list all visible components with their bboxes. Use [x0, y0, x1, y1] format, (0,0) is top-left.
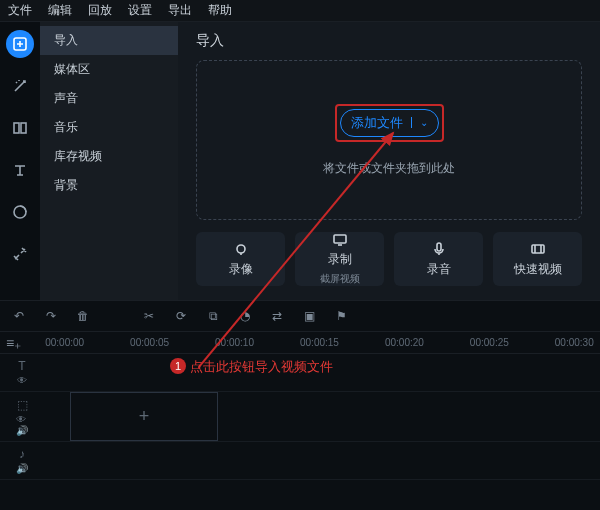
- card-sublabel: 截屏视频: [320, 272, 360, 286]
- card-label: 快速视频: [514, 261, 562, 278]
- svg-rect-7: [532, 245, 544, 253]
- card-camera[interactable]: 录像: [196, 232, 285, 286]
- ruler-tick: 00:00:15: [300, 337, 339, 348]
- cut-button[interactable]: ✂: [140, 309, 158, 323]
- card-quick[interactable]: 快速视频: [493, 232, 582, 286]
- sticker-icon: [12, 204, 28, 220]
- card-screencast[interactable]: 录制 截屏视频: [295, 232, 384, 286]
- redo-button[interactable]: ↷: [42, 309, 60, 323]
- track-head[interactable]: T👁: [0, 354, 44, 391]
- annotation-text: 点击此按钮导入视频文件: [190, 358, 333, 376]
- sidebar-item-media[interactable]: 媒体区: [40, 55, 178, 84]
- crop-button[interactable]: ⧉: [204, 309, 222, 323]
- text-track-icon: T: [18, 359, 25, 373]
- wand-icon: [12, 78, 28, 94]
- tool-rail: [0, 22, 40, 300]
- track-head[interactable]: ♪🔊: [0, 442, 44, 479]
- delete-button[interactable]: 🗑: [74, 309, 92, 323]
- timeline: ↶ ↷ 🗑 ✂ ⟳ ⧉ ◔ ⇄ ▣ ⚑ ≡₊ 00:00:00 00:00:05…: [0, 300, 600, 510]
- add-clip-placeholder[interactable]: +: [70, 392, 218, 441]
- audio-track-icon: ♪: [19, 447, 25, 461]
- tool-titles[interactable]: [6, 156, 34, 184]
- add-file-label: 添加文件: [351, 114, 403, 132]
- marker-button[interactable]: ⚑: [332, 309, 350, 323]
- capture-cards: 录像 录制 截屏视频 录音 快速视频: [196, 232, 582, 286]
- timeline-toolbar: ↶ ↷ 🗑 ✂ ⟳ ⧉ ◔ ⇄ ▣ ⚑: [0, 300, 600, 332]
- content-title: 导入: [196, 32, 582, 50]
- transition-icon: [12, 120, 28, 136]
- undo-button[interactable]: ↶: [10, 309, 28, 323]
- sidebar: 导入 媒体区 声音 音乐 库存视频 背景: [40, 22, 178, 300]
- camera-icon: [233, 241, 249, 257]
- menu-edit[interactable]: 编辑: [48, 2, 72, 19]
- tool-import[interactable]: [6, 30, 34, 58]
- card-label: 录音: [427, 261, 451, 278]
- tool-transitions[interactable]: [6, 114, 34, 142]
- add-file-button[interactable]: 添加文件 ⌄: [340, 109, 439, 137]
- svg-rect-1: [14, 123, 19, 133]
- tool-effects[interactable]: [6, 72, 34, 100]
- screen-icon: [332, 232, 348, 247]
- time-ruler[interactable]: 00:00:00 00:00:05 00:00:10 00:00:15 00:0…: [35, 333, 594, 353]
- track-head[interactable]: ⬚👁🔊: [0, 392, 44, 441]
- svg-point-4: [237, 245, 245, 253]
- card-audio[interactable]: 录音: [394, 232, 483, 286]
- visibility-icon[interactable]: 👁: [17, 375, 27, 386]
- track-video[interactable]: ⬚👁🔊 +: [0, 392, 600, 442]
- properties-button[interactable]: ▣: [300, 309, 318, 323]
- menu-file[interactable]: 文件: [8, 2, 32, 19]
- annotation-highlight: 添加文件 ⌄: [335, 104, 444, 142]
- dropzone[interactable]: 添加文件 ⌄ 将文件或文件夹拖到此处: [196, 60, 582, 220]
- menu-help[interactable]: 帮助: [208, 2, 232, 19]
- rotate-button[interactable]: ⟳: [172, 309, 190, 323]
- film-icon: [530, 241, 546, 257]
- ruler-tick: 00:00:10: [215, 337, 254, 348]
- video-track-icon: ⬚: [17, 398, 28, 412]
- mic-icon: [431, 241, 447, 257]
- chevron-down-icon: ⌄: [411, 117, 428, 128]
- sidebar-item-background[interactable]: 背景: [40, 171, 178, 200]
- mute-icon[interactable]: 🔊: [16, 463, 28, 474]
- ruler-tick: 00:00:30: [555, 337, 594, 348]
- track-audio[interactable]: ♪🔊: [0, 442, 600, 480]
- svg-rect-2: [21, 123, 26, 133]
- tools-icon: [12, 246, 28, 262]
- menu-playback[interactable]: 回放: [88, 2, 112, 19]
- card-label: 录像: [229, 261, 253, 278]
- content-pane: 导入 添加文件 ⌄ 将文件或文件夹拖到此处 录像 录制 截屏视频: [178, 22, 600, 300]
- svg-rect-6: [437, 243, 441, 251]
- card-label: 录制: [328, 251, 352, 268]
- menu-export[interactable]: 导出: [168, 2, 192, 19]
- plus-box-icon: [12, 36, 28, 52]
- sidebar-item-sound[interactable]: 声音: [40, 84, 178, 113]
- sidebar-item-music[interactable]: 音乐: [40, 113, 178, 142]
- drop-hint: 将文件或文件夹拖到此处: [323, 160, 455, 177]
- menubar: 文件 编辑 回放 设置 导出 帮助: [0, 0, 600, 22]
- annotation-badge: 1: [170, 358, 186, 374]
- color-button[interactable]: ◔: [236, 309, 254, 323]
- menu-settings[interactable]: 设置: [128, 2, 152, 19]
- ruler-tick: 00:00:05: [130, 337, 169, 348]
- svg-rect-5: [334, 235, 346, 243]
- ruler-tick: 00:00:20: [385, 337, 424, 348]
- tool-more[interactable]: [6, 240, 34, 268]
- text-icon: [12, 162, 28, 178]
- sidebar-item-import[interactable]: 导入: [40, 26, 178, 55]
- tool-stickers[interactable]: [6, 198, 34, 226]
- add-track-button[interactable]: ≡₊: [6, 335, 21, 351]
- ruler-tick: 00:00:00: [45, 337, 84, 348]
- sidebar-item-stock[interactable]: 库存视频: [40, 142, 178, 171]
- ruler-tick: 00:00:25: [470, 337, 509, 348]
- transition-button[interactable]: ⇄: [268, 309, 286, 323]
- visibility-icon[interactable]: 👁🔊: [16, 414, 28, 436]
